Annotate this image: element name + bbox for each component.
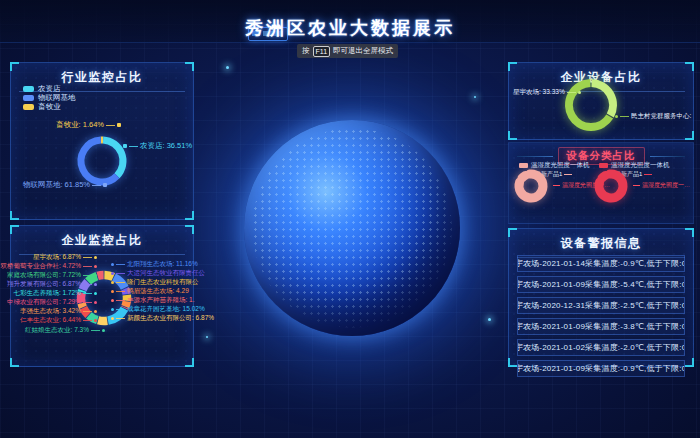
callout-label: 丰源水产种苗养殖场: 1.	[127, 296, 195, 305]
callout-dot	[94, 301, 97, 304]
callout-line	[83, 275, 92, 276]
sparkle-dot	[474, 96, 476, 98]
header: 秀洲区农业大数据展示	[0, 0, 700, 43]
callout-line	[633, 185, 640, 186]
callout-line	[553, 185, 560, 186]
panel-device-alarms: 设备警报信息 星宇农场-2021-01-14采集温度:-0.9℃,低于下限:0℃…	[508, 228, 694, 367]
alarm-row: 星宇农场-2021-01-14采集温度:-0.9℃,低于下限:0℃	[517, 255, 685, 272]
panel-device-classification: 设备分类占比 温湿度光照度一体机 一体机新产品1 温湿度光照度一… 温湿度光照度…	[508, 142, 694, 224]
fullscreen-hint: 按 F11 即可退出全屏模式	[297, 44, 398, 58]
callout-dot	[94, 265, 97, 268]
callout-line	[116, 318, 125, 319]
callout-dot	[123, 144, 127, 148]
callout-line	[116, 282, 125, 283]
callout-farm: 隆门生态农业科技有限公	[111, 278, 199, 287]
callout-line	[129, 146, 138, 147]
callout-label: 民主村党群服务中心:	[631, 112, 691, 121]
legend-swatch	[23, 86, 34, 92]
callout-label: 星宇农场: 6.87%	[33, 253, 81, 262]
callout-farm: 李强生态农场: 3.42%	[20, 307, 97, 316]
callout-line	[116, 309, 125, 310]
callout-label: 温湿度光照度一…	[642, 181, 690, 190]
alarm-row: 星宇农场-2021-01-02采集温度:-2.0℃,低于下限:0℃	[517, 339, 685, 356]
callout-farm: 成章花卉园艺基地: 15.02%	[111, 305, 205, 314]
callout-line	[83, 320, 92, 321]
f11-key-badge: F11	[313, 46, 331, 57]
dashboard-root: { "colors": { "accent_cyan": "#35e4ff", …	[0, 0, 700, 438]
device-class-donut-b	[589, 164, 633, 208]
callout-dot	[117, 123, 121, 127]
callout-farm: 星宇农场: 6.87%	[33, 253, 97, 262]
equipment-donut-chart	[560, 74, 622, 136]
callout-line	[116, 264, 125, 265]
device-class-redlabel-b: 温湿度光照度一…	[631, 181, 690, 190]
callout-line	[116, 300, 125, 301]
callout-dot	[103, 183, 107, 187]
callout-line	[116, 291, 125, 292]
callout-dot	[94, 274, 97, 277]
page-title: 秀洲区农业大数据展示	[0, 16, 700, 40]
callout-label: 仁丰生态农业: 6.44%	[20, 316, 81, 325]
alarm-row: 星宇农场-2021-01-09采集温度:-3.8℃,低于下限:0℃	[517, 318, 685, 335]
callout-dot	[94, 292, 97, 295]
alarm-row: 星宇农场-2021-01-09采集温度:-0.9℃,低于下限:0℃	[517, 360, 685, 377]
callout-dot	[111, 299, 114, 302]
title-line-right	[650, 156, 686, 157]
callout-line	[83, 266, 92, 267]
callout-dot	[111, 308, 114, 311]
callout-line	[83, 293, 92, 294]
callout-farm: 新颜生态农业有限公司: 6.87%	[111, 314, 214, 323]
callout-label: 成章花卉园艺基地: 15.02%	[127, 305, 205, 314]
callout-label: 大运河生态牧业有限责任公	[127, 269, 205, 278]
callout-label: 红姑娘生态农业: 7.3%	[25, 326, 89, 335]
enterprise-panel-title: 企业监控占比	[19, 226, 185, 255]
callout-dot	[94, 310, 97, 313]
callout-label: 北阳翔生态农场: 11.16%	[127, 260, 198, 269]
globe-dot-texture	[252, 128, 452, 328]
callout-line	[83, 284, 92, 285]
callout-line	[644, 174, 652, 175]
callout-label: 星宇农场: 33.33%	[513, 88, 565, 97]
title-line-left	[517, 156, 553, 157]
callout-line	[620, 116, 629, 117]
legend-label: 畜牧业	[38, 102, 61, 112]
callout-farm-store: 农资店: 36.51%	[123, 141, 192, 151]
callout-label: 农资店: 36.51%	[140, 141, 192, 151]
callout-farm: 大运河生态牧业有限责任公	[111, 269, 205, 278]
callout-label: 翔升发展有限公司: 6.87%	[7, 280, 81, 289]
callout-dot	[111, 263, 114, 266]
globe-visualization	[244, 120, 460, 336]
callout-line	[83, 311, 92, 312]
callout-farm: 丰源水产种苗养殖场: 1.	[111, 296, 195, 305]
device-class-donut-a	[509, 164, 553, 208]
legend-item: 畜牧业	[23, 102, 61, 112]
legend-swatch	[23, 104, 34, 110]
alarm-list[interactable]: 星宇农场-2021-01-14采集温度:-0.9℃,低于下限:0℃ 星宇农场-2…	[517, 255, 685, 381]
alarms-panel-title: 设备警报信息	[517, 229, 685, 258]
callout-label: 双桥葡萄专业合作社: 4.72%	[0, 262, 81, 271]
callout-dot	[111, 272, 114, 275]
callout-farm: 红姑娘生态农业: 7.3%	[25, 326, 105, 335]
panel-industry-monitor: 行业监控占比 农资店 物联网基地 畜牧业 畜牧业: 1.64% 农资店: 36.…	[10, 62, 194, 220]
callout-farm: 仁丰生态农业: 6.44%	[20, 316, 97, 325]
callout-farm: 双桥葡萄专业合作社: 4.72%	[0, 262, 97, 271]
callout-dot	[94, 319, 97, 322]
callout-line	[116, 273, 125, 274]
callout-label: 七彩生态养殖场: 1.72%	[13, 289, 81, 298]
callout-dot	[94, 283, 97, 286]
sparkle-dot	[226, 66, 229, 69]
callout-label: 物联网基地: 61.85%	[23, 180, 90, 190]
hint-prefix: 按	[302, 46, 310, 56]
callout-dot	[111, 317, 114, 320]
legend-swatch	[23, 95, 34, 101]
callout-farm: 鸭眉荡生态农场: 4.29	[111, 287, 189, 296]
sparkle-dot	[488, 318, 491, 321]
panel-equipment-ratio: 企业设备占比 星宇农场: 33.33% 民主村党群服务中心:	[508, 62, 694, 140]
callout-line	[83, 302, 92, 303]
panel-enterprise-monitor: 企业监控占比 星宇农场: 6.87% 双桥葡萄专业合作社: 4.72% 家庭农场…	[10, 225, 194, 367]
callout-line	[83, 257, 92, 258]
callout-farm: 中绿农业有限公司: 7.29%	[7, 298, 97, 307]
callout-line	[564, 174, 572, 175]
callout-line	[91, 330, 100, 331]
callout-farm: 翔升发展有限公司: 6.87%	[7, 280, 97, 289]
